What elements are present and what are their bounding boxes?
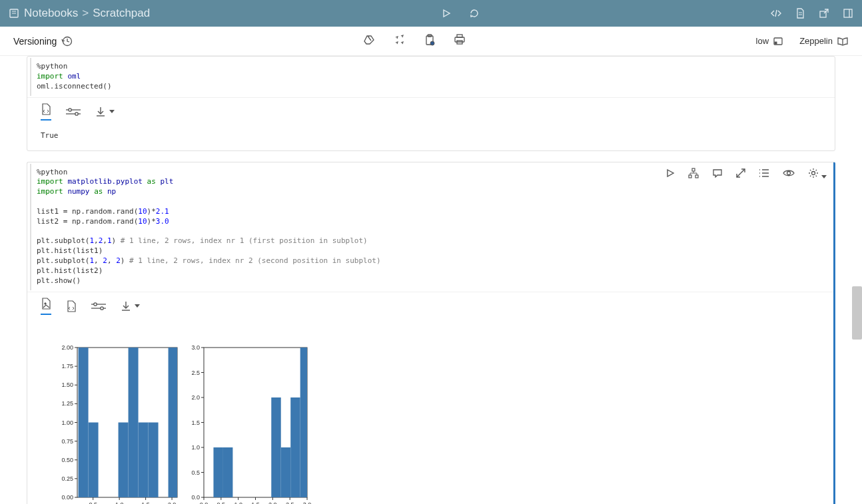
cell-1-output: True bbox=[27, 123, 835, 150]
notebook-icon bbox=[8, 7, 20, 19]
svg-text:1.50: 1.50 bbox=[61, 381, 73, 388]
svg-text:0.5: 0.5 bbox=[217, 501, 226, 504]
svg-rect-120 bbox=[213, 447, 222, 497]
gear-dropdown[interactable] bbox=[808, 168, 827, 180]
svg-text:2.0: 2.0 bbox=[268, 501, 277, 504]
expand-icon[interactable] bbox=[736, 168, 745, 180]
svg-text:1.25: 1.25 bbox=[61, 400, 73, 407]
run-all-icon[interactable] bbox=[440, 7, 452, 19]
svg-text:0.25: 0.25 bbox=[61, 475, 73, 482]
svg-point-25 bbox=[75, 112, 78, 115]
svg-line-39 bbox=[737, 173, 741, 177]
visibility-icon[interactable] bbox=[783, 169, 795, 179]
priority-selector[interactable]: low bbox=[756, 36, 784, 47]
settings-toggle-icon-2[interactable] bbox=[91, 302, 106, 311]
cell-2: %python import matplotlib.pyplot as plt … bbox=[27, 162, 835, 504]
svg-text:0.50: 0.50 bbox=[61, 456, 73, 463]
svg-text:2.00: 2.00 bbox=[61, 344, 73, 351]
svg-rect-33 bbox=[695, 175, 698, 178]
refresh-icon[interactable] bbox=[468, 7, 480, 19]
svg-text:2.0: 2.0 bbox=[191, 394, 200, 401]
histogram-1: 0.000.250.500.751.001.251.501.752.000.51… bbox=[41, 331, 181, 504]
notebook-content: %python import oml oml.isconnected() Tru… bbox=[0, 56, 862, 504]
svg-rect-84 bbox=[79, 348, 89, 497]
svg-text:1.5: 1.5 bbox=[191, 419, 200, 425]
svg-rect-123 bbox=[281, 447, 290, 497]
cell-2-chart-output: 0.000.250.500.751.001.251.501.752.000.51… bbox=[27, 318, 833, 504]
svg-rect-124 bbox=[290, 397, 300, 497]
svg-rect-87 bbox=[129, 348, 139, 497]
svg-text:2.5: 2.5 bbox=[286, 501, 294, 504]
scrollbar-thumb[interactable] bbox=[852, 286, 862, 340]
svg-text:2.0: 2.0 bbox=[168, 501, 177, 504]
breadcrumb-root[interactable]: Notebooks bbox=[24, 7, 78, 20]
svg-rect-20 bbox=[775, 42, 777, 44]
svg-rect-32 bbox=[689, 175, 691, 178]
priority-icon bbox=[773, 36, 783, 47]
breadcrumb: Notebooks > Scratchpad bbox=[8, 7, 150, 20]
svg-point-52 bbox=[101, 306, 103, 309]
external-link-icon[interactable] bbox=[818, 7, 830, 19]
book-icon bbox=[837, 37, 849, 46]
svg-rect-9 bbox=[844, 9, 852, 17]
svg-point-46 bbox=[787, 171, 791, 174]
output-code-tab[interactable] bbox=[41, 103, 51, 121]
list-icon[interactable] bbox=[759, 168, 769, 180]
cell-2-actions bbox=[665, 168, 827, 180]
cell-1-output-toolbar bbox=[27, 97, 835, 123]
cell-2-output-toolbar bbox=[27, 292, 833, 318]
download-dropdown-2[interactable] bbox=[121, 301, 140, 312]
breadcrumb-current[interactable]: Scratchpad bbox=[93, 7, 150, 20]
history-icon bbox=[61, 35, 73, 47]
svg-rect-89 bbox=[149, 422, 159, 497]
svg-line-4 bbox=[775, 10, 777, 17]
priority-label: low bbox=[756, 36, 769, 46]
engine-selector[interactable]: Zeppelin bbox=[799, 36, 849, 46]
versioning-label: Versioning bbox=[13, 36, 57, 47]
settings-toggle-icon[interactable] bbox=[66, 107, 81, 117]
svg-point-15 bbox=[430, 41, 434, 45]
svg-text:1.00: 1.00 bbox=[61, 419, 73, 425]
svg-marker-3 bbox=[444, 10, 450, 17]
svg-text:0.75: 0.75 bbox=[61, 437, 73, 444]
svg-line-12 bbox=[368, 36, 371, 41]
breadcrumb-separator: > bbox=[82, 7, 89, 20]
top-bar: Notebooks > Scratchpad bbox=[0, 0, 862, 27]
panel-icon[interactable] bbox=[842, 7, 854, 19]
comment-icon[interactable] bbox=[712, 168, 723, 180]
svg-rect-17 bbox=[457, 35, 462, 37]
svg-text:2.5: 2.5 bbox=[191, 369, 200, 376]
engine-label: Zeppelin bbox=[799, 36, 833, 46]
svg-rect-16 bbox=[455, 37, 464, 42]
hierarchy-icon[interactable] bbox=[688, 168, 699, 180]
download-dropdown[interactable] bbox=[95, 107, 115, 117]
svg-point-48 bbox=[45, 302, 46, 304]
svg-rect-121 bbox=[223, 447, 232, 497]
output-image-tab[interactable] bbox=[41, 298, 51, 315]
svg-rect-90 bbox=[169, 348, 177, 497]
print-icon[interactable] bbox=[454, 34, 466, 48]
cell-1-code[interactable]: %python import oml oml.isconnected() bbox=[30, 58, 832, 96]
svg-rect-85 bbox=[89, 422, 99, 497]
svg-rect-125 bbox=[300, 348, 307, 497]
versioning-link[interactable]: Versioning bbox=[13, 35, 73, 47]
document-icon[interactable] bbox=[794, 7, 806, 19]
svg-text:1.5: 1.5 bbox=[251, 501, 260, 504]
svg-text:0.0: 0.0 bbox=[191, 494, 200, 501]
svg-rect-88 bbox=[139, 422, 149, 497]
svg-text:0.5: 0.5 bbox=[191, 469, 200, 475]
eraser-icon[interactable] bbox=[363, 34, 375, 48]
svg-point-47 bbox=[812, 171, 815, 174]
svg-text:0.00: 0.00 bbox=[61, 494, 73, 501]
svg-text:3.0: 3.0 bbox=[191, 344, 200, 351]
clipboard-icon[interactable] bbox=[424, 34, 435, 48]
cell-2-code[interactable]: %python import matplotlib.pyplot as plt … bbox=[30, 164, 831, 290]
svg-line-38 bbox=[741, 169, 745, 173]
sparkle-icon[interactable] bbox=[394, 34, 406, 48]
output-code-tab-2[interactable] bbox=[66, 300, 77, 312]
code-icon[interactable] bbox=[770, 7, 782, 19]
svg-rect-31 bbox=[692, 168, 695, 171]
svg-text:0.5: 0.5 bbox=[89, 501, 97, 504]
run-cell-icon[interactable] bbox=[665, 168, 675, 180]
svg-text:1.0: 1.0 bbox=[191, 444, 200, 451]
